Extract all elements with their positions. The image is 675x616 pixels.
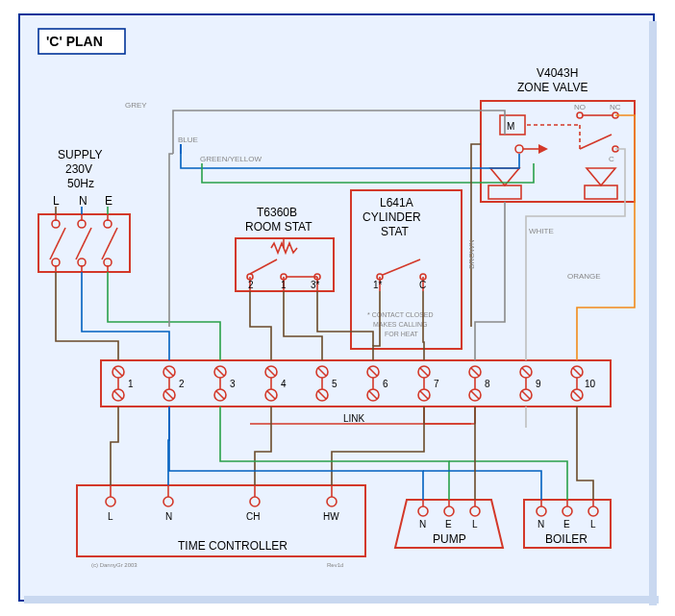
roomstat-lbl2: ROOM STAT [245,220,312,234]
pump-label: PUMP [433,532,466,546]
cylstat-tc: C [419,280,426,290]
cylstat-n2: MAKES CALLING [373,321,427,328]
pump-E: E [445,519,452,530]
boiler-N: N [538,519,544,530]
supply-E: E [105,194,112,208]
wc-7: 7 [434,379,439,389]
wl-grey: GREY [125,101,147,110]
wc-3: 3 [230,379,236,389]
supply-label: SUPPLY [58,148,102,161]
zv-m: M [507,121,514,132]
wc-9: 9 [536,379,541,389]
tc-HW: HW [323,511,339,522]
supply-freq: 50Hz [67,177,94,190]
boiler-L: L [590,519,596,530]
tc-L: L [108,511,113,522]
supply-L: L [53,194,60,208]
wc-6: 6 [383,379,388,389]
zv-lbl1: V4043H [537,66,578,80]
supply-voltage: 230V [65,162,92,176]
tc-N: N [165,511,172,522]
wl-blue: BLUE [178,136,198,144]
boiler-label: BOILER [545,532,588,546]
roomstat-t2: 2 [248,280,254,290]
shadow-bar-r [649,21,657,605]
roomstat-t3: 3* [311,280,320,290]
wl-white: WHITE [529,227,554,235]
credit-left: (c) DannyGr 2003 [91,562,138,568]
wc-8: 8 [485,379,490,389]
roomstat-lbl1: T6360B [257,206,297,219]
diagram-title: 'C' PLAN [46,34,103,49]
wc-1: 1 [128,379,134,389]
shadow-bar [24,596,659,604]
credit-right: Rev1d [327,562,343,568]
cylstat-n3: FOR HEAT [385,331,419,337]
zv-no: NO [574,103,586,111]
supply-N: N [79,194,88,208]
boiler-E: E [563,519,570,530]
wl-gy: GREEN/YELLOW [200,155,262,163]
cylstat-lbl1: L641A [380,196,413,209]
wc-10: 10 [585,379,596,389]
wc-5: 5 [332,379,338,389]
wc-4: 4 [281,379,287,389]
pump-N: N [419,519,426,530]
pump-L: L [472,519,478,530]
wc-link: LINK [343,413,365,424]
cylstat-t1: 1* [373,280,383,290]
tc-label: TIME CONTROLLER [178,539,288,553]
wc-2: 2 [179,379,185,389]
cylstat-lbl2: CYLINDER [362,210,421,224]
roomstat-t1: 1 [281,280,287,290]
wl-orange: ORANGE [567,272,601,281]
wl-brown: BROWN [467,239,476,269]
cylstat-lbl3: STAT [381,225,410,238]
tc-CH: CH [246,511,260,522]
zv-c: C [609,155,614,163]
zv-lbl2: ZONE VALVE [517,81,588,94]
zv-nc: NC [610,103,621,111]
